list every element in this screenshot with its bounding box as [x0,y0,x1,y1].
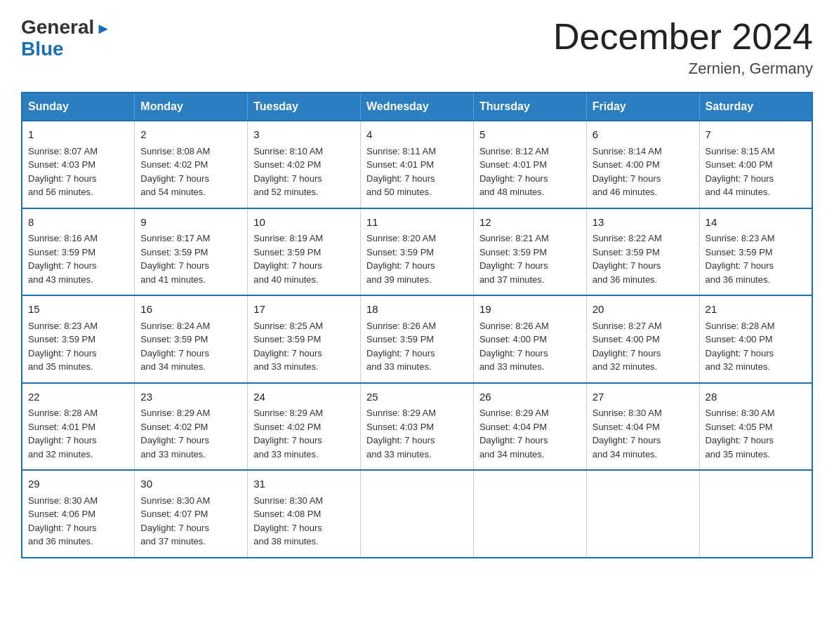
day-number: 19 [479,302,581,318]
calendar-day-cell: 5Sunrise: 8:12 AMSunset: 4:01 PMDaylight… [473,121,586,208]
weekday-header-sunday: Sunday [22,93,135,121]
calendar-day-cell: 31Sunrise: 8:30 AMSunset: 4:08 PMDayligh… [248,470,361,558]
calendar-day-cell: 26Sunrise: 8:29 AMSunset: 4:04 PMDayligh… [473,383,586,471]
calendar-day-cell: 19Sunrise: 8:26 AMSunset: 4:00 PMDayligh… [473,295,586,383]
day-info: Sunrise: 8:23 AMSunset: 3:59 PMDaylight:… [28,319,128,374]
calendar-day-cell: 23Sunrise: 8:29 AMSunset: 4:02 PMDayligh… [135,383,248,471]
day-number: 29 [28,476,128,492]
calendar-day-cell: 18Sunrise: 8:26 AMSunset: 3:59 PMDayligh… [361,295,474,383]
day-info: Sunrise: 8:30 AMSunset: 4:05 PMDaylight:… [706,406,806,461]
calendar-day-cell: 13Sunrise: 8:22 AMSunset: 3:59 PMDayligh… [586,208,699,296]
day-number: 7 [706,127,806,143]
weekday-header-friday: Friday [586,93,699,121]
day-info: Sunrise: 8:20 AMSunset: 3:59 PMDaylight:… [366,232,468,286]
calendar-day-cell [473,470,586,558]
day-number: 9 [140,215,241,231]
calendar-day-cell: 27Sunrise: 8:30 AMSunset: 4:04 PMDayligh… [586,383,699,471]
day-number: 31 [253,476,355,492]
calendar-day-cell: 10Sunrise: 8:19 AMSunset: 3:59 PMDayligh… [248,208,361,296]
day-info: Sunrise: 8:21 AMSunset: 3:59 PMDaylight:… [479,232,581,286]
day-number: 30 [140,476,241,492]
logo-general-text: General► [21,16,111,38]
calendar-day-cell: 11Sunrise: 8:20 AMSunset: 3:59 PMDayligh… [361,208,474,296]
calendar-day-cell: 6Sunrise: 8:14 AMSunset: 4:00 PMDaylight… [586,121,699,208]
day-number: 16 [140,302,241,318]
calendar-day-cell: 28Sunrise: 8:30 AMSunset: 4:05 PMDayligh… [699,383,812,471]
day-number: 6 [593,127,694,143]
calendar-header-row: SundayMondayTuesdayWednesdayThursdayFrid… [22,93,812,121]
calendar-week-row: 29Sunrise: 8:30 AMSunset: 4:06 PMDayligh… [22,470,812,558]
day-number: 28 [706,389,806,405]
day-number: 20 [593,302,694,318]
day-number: 24 [253,389,355,405]
calendar-day-cell [699,470,812,558]
calendar-subtitle: Zernien, Germany [553,60,813,78]
logo-blue-text: Blue [21,39,111,60]
day-info: Sunrise: 8:30 AMSunset: 4:08 PMDaylight:… [253,494,355,549]
calendar-day-cell [586,470,699,558]
calendar-day-cell: 24Sunrise: 8:29 AMSunset: 4:02 PMDayligh… [248,383,361,471]
calendar-day-cell: 9Sunrise: 8:17 AMSunset: 3:59 PMDaylight… [135,208,248,296]
day-number: 1 [28,127,128,143]
calendar-day-cell: 7Sunrise: 8:15 AMSunset: 4:00 PMDaylight… [699,121,812,208]
calendar-day-cell: 20Sunrise: 8:27 AMSunset: 4:00 PMDayligh… [586,295,699,383]
day-number: 25 [366,389,468,405]
calendar-day-cell: 30Sunrise: 8:30 AMSunset: 4:07 PMDayligh… [135,470,248,558]
day-number: 8 [28,215,128,231]
day-info: Sunrise: 8:24 AMSunset: 3:59 PMDaylight:… [140,319,241,374]
day-info: Sunrise: 8:29 AMSunset: 4:02 PMDaylight:… [253,406,355,461]
day-number: 5 [479,127,581,143]
day-info: Sunrise: 8:23 AMSunset: 3:59 PMDaylight:… [706,232,806,286]
calendar-week-row: 15Sunrise: 8:23 AMSunset: 3:59 PMDayligh… [22,295,812,383]
calendar-day-cell: 8Sunrise: 8:16 AMSunset: 3:59 PMDaylight… [22,208,135,296]
calendar-week-row: 22Sunrise: 8:28 AMSunset: 4:01 PMDayligh… [22,383,812,471]
day-info: Sunrise: 8:10 AMSunset: 4:02 PMDaylight:… [253,145,355,199]
calendar-day-cell: 1Sunrise: 8:07 AMSunset: 4:03 PMDaylight… [22,121,135,208]
day-info: Sunrise: 8:29 AMSunset: 4:02 PMDaylight:… [140,406,241,461]
day-info: Sunrise: 8:07 AMSunset: 4:03 PMDaylight:… [28,145,128,199]
calendar-day-cell: 12Sunrise: 8:21 AMSunset: 3:59 PMDayligh… [473,208,586,296]
day-number: 3 [253,127,355,143]
day-number: 15 [28,302,128,318]
weekday-header-saturday: Saturday [699,93,812,121]
calendar-day-cell: 29Sunrise: 8:30 AMSunset: 4:06 PMDayligh… [22,470,135,558]
calendar-table: SundayMondayTuesdayWednesdayThursdayFrid… [21,92,813,558]
calendar-day-cell: 2Sunrise: 8:08 AMSunset: 4:02 PMDaylight… [135,121,248,208]
day-number: 4 [366,127,468,143]
day-info: Sunrise: 8:12 AMSunset: 4:01 PMDaylight:… [479,145,581,199]
calendar-main-title: December 2024 [553,17,813,57]
calendar-day-cell: 15Sunrise: 8:23 AMSunset: 3:59 PMDayligh… [22,295,135,383]
day-number: 10 [253,215,355,231]
day-number: 2 [140,127,241,143]
day-info: Sunrise: 8:28 AMSunset: 4:01 PMDaylight:… [28,406,128,461]
calendar-day-cell: 25Sunrise: 8:29 AMSunset: 4:03 PMDayligh… [361,383,474,471]
day-info: Sunrise: 8:19 AMSunset: 3:59 PMDaylight:… [253,232,355,286]
day-info: Sunrise: 8:28 AMSunset: 4:00 PMDaylight:… [706,319,806,374]
logo-arrow-icon: ► [95,20,111,37]
weekday-header-thursday: Thursday [473,93,586,121]
day-info: Sunrise: 8:29 AMSunset: 4:04 PMDaylight:… [479,406,581,461]
calendar-day-cell [361,470,474,558]
calendar-day-cell: 3Sunrise: 8:10 AMSunset: 4:02 PMDaylight… [248,121,361,208]
calendar-day-cell: 22Sunrise: 8:28 AMSunset: 4:01 PMDayligh… [22,383,135,471]
day-number: 18 [366,302,468,318]
day-number: 23 [140,389,241,405]
day-info: Sunrise: 8:16 AMSunset: 3:59 PMDaylight:… [28,232,128,286]
day-info: Sunrise: 8:11 AMSunset: 4:01 PMDaylight:… [366,145,468,199]
day-info: Sunrise: 8:27 AMSunset: 4:00 PMDaylight:… [593,319,694,374]
day-number: 13 [593,215,694,231]
day-info: Sunrise: 8:26 AMSunset: 3:59 PMDaylight:… [366,319,468,374]
day-number: 21 [706,302,806,318]
day-info: Sunrise: 8:14 AMSunset: 4:00 PMDaylight:… [593,145,694,199]
day-info: Sunrise: 8:30 AMSunset: 4:07 PMDaylight:… [140,494,241,549]
day-number: 11 [366,215,468,231]
day-info: Sunrise: 8:17 AMSunset: 3:59 PMDaylight:… [140,232,241,286]
calendar-title-block: December 2024 Zernien, Germany [553,17,813,78]
calendar-day-cell: 16Sunrise: 8:24 AMSunset: 3:59 PMDayligh… [135,295,248,383]
day-number: 17 [253,302,355,318]
logo: General► Blue [21,17,111,60]
calendar-day-cell: 14Sunrise: 8:23 AMSunset: 3:59 PMDayligh… [699,208,812,296]
day-info: Sunrise: 8:08 AMSunset: 4:02 PMDaylight:… [140,145,241,199]
weekday-header-wednesday: Wednesday [361,93,474,121]
day-info: Sunrise: 8:26 AMSunset: 4:00 PMDaylight:… [479,319,581,374]
